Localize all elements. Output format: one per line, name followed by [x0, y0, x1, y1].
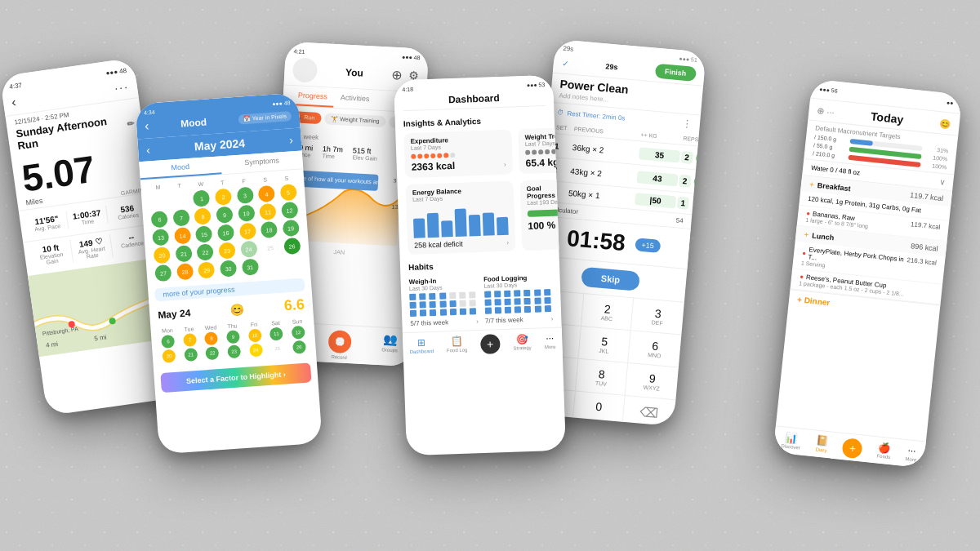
- p6-porkchop-kcal: 216.3 kcal: [906, 256, 937, 267]
- p5-set1-kg[interactable]: 35: [639, 147, 680, 162]
- p2-time: 4:34: [144, 109, 155, 116]
- p2-month-title: May 2024: [194, 136, 245, 153]
- p2-calendar: MTW TFS S 12 345 678 91011 12 131415 161…: [140, 169, 311, 289]
- p2-prev-month-btn[interactable]: ‹: [146, 143, 151, 156]
- p5-set3-prev: 50kg × 1: [568, 189, 635, 203]
- p6-bottom-nav: 📊 Discover 📔 Diary + 🍎 Foods ··· More: [773, 425, 925, 468]
- p4-exp-val: 2363 kcal: [412, 160, 456, 173]
- p5-key-9[interactable]: 9WXYZ: [626, 363, 679, 400]
- p1-back-btn[interactable]: ‹: [11, 95, 17, 110]
- p4-goal-val: 100 %: [528, 220, 555, 232]
- p2-section-date: May 24: [158, 307, 191, 321]
- p5-timer-row-label: 29s: [605, 62, 618, 71]
- p6-status-left: ●●● 56: [819, 87, 838, 94]
- p4-exp-arrow[interactable]: ›: [504, 160, 506, 167]
- phone-dashboard: 4:18 ●●● 53 Dashboard Insights & Analyti…: [394, 75, 566, 456]
- p3-tab-activities[interactable]: Activities: [333, 88, 376, 110]
- p5-key-8[interactable]: 8TUV: [576, 359, 629, 396]
- p5-set1-check[interactable]: ✓: [695, 150, 706, 167]
- p6-nav-more[interactable]: ··· More: [905, 444, 918, 464]
- p4-nav-more[interactable]: ··· More: [544, 332, 556, 352]
- p3-title: You: [345, 67, 363, 79]
- p5-more-btn[interactable]: ⋮: [681, 118, 692, 130]
- p6-nav-diary[interactable]: 📔 Diary: [815, 435, 829, 455]
- p6-nav-icons-row: ⊕ ···: [817, 105, 835, 118]
- p5-key-6[interactable]: 6MNO: [628, 331, 681, 367]
- p4-weigh-arrow[interactable]: ›: [476, 318, 479, 325]
- p6-breakfast-kcal: 119.7 kcal: [910, 190, 944, 202]
- p5-time-seconds: 29s: [563, 45, 574, 53]
- p4-nav-strategy[interactable]: 🎯 Strategy: [513, 333, 532, 353]
- svg-text:JAN: JAN: [333, 248, 345, 256]
- p3-nav-groups[interactable]: 👥 Groups: [381, 332, 399, 362]
- p5-set1-reps[interactable]: 2: [681, 150, 693, 163]
- p1-hr-stat: 149 ♡ Avg. Heart Rate: [70, 234, 114, 264]
- p6-nav-add[interactable]: +: [842, 438, 863, 459]
- p1-pace-stat: 11'56" Avg. Pace: [26, 211, 69, 235]
- p6-banana-kcal: 119.7 kcal: [911, 220, 941, 231]
- p5-skip-btn[interactable]: Skip: [581, 267, 640, 291]
- p4-habits-section: Weigh-In Last 30 Days 5/7 this week ›: [401, 273, 562, 333]
- p1-time-stat: 1:00:37 Time: [66, 206, 109, 229]
- p1-signal: ●●● 48: [105, 67, 127, 77]
- p5-set3-reps[interactable]: 1: [677, 197, 689, 210]
- p4-habit-weigh: Weigh-In Last 30 Days 5/7 this week ›: [409, 276, 479, 327]
- p1-menu-btn[interactable]: ···: [114, 80, 130, 95]
- p6-carbs-name: / 55.0 g: [813, 142, 847, 151]
- dashboard-screen: 4:18 ●●● 53 Dashboard Insights & Analyti…: [394, 75, 566, 456]
- p4-nav-dashboard[interactable]: ⊞ Dashboard: [409, 336, 434, 357]
- p4-nav-add[interactable]: +: [480, 334, 501, 354]
- p6-nav-discover[interactable]: 📊 Discover: [781, 431, 802, 452]
- p5-rest-timer: Rest Timer: 2min 0s: [567, 109, 626, 122]
- p2-next-month-btn[interactable]: ›: [289, 133, 294, 146]
- p6-lunch-name: Lunch: [812, 231, 835, 242]
- p5-key-3[interactable]: 3DEF: [631, 298, 684, 335]
- p5-set2-prev: 43kg × 2: [570, 167, 636, 181]
- p4-insights-title: Insights & Analytics: [403, 114, 546, 128]
- p6-water-label: Water 0 / 48 fl oz: [811, 164, 861, 176]
- p6-water-expand-icon[interactable]: ∨: [939, 177, 946, 187]
- p4-expenditure-card[interactable]: Expenditure Last 7 Days 2363 kcal ›: [403, 130, 513, 179]
- p3-filter-weights[interactable]: 🏋 Weight Training: [324, 113, 386, 127]
- p3-time-lbl: Time: [322, 153, 342, 159]
- p4-weigh-count: 5/7 this week: [410, 318, 448, 327]
- p5-key-0[interactable]: 0: [572, 392, 626, 425]
- p5-plus15-btn[interactable]: +15: [635, 238, 662, 253]
- p4-nav-foodlog[interactable]: 📋 Food Log: [446, 335, 467, 356]
- p5-set2-check[interactable]: ✓: [693, 174, 706, 190]
- p6-lunch-kcal: 896 kcal: [911, 242, 938, 252]
- p2-signal: ●●● 48: [272, 100, 291, 107]
- p6-protein-pct: 31%: [925, 146, 949, 154]
- p6-fat-name: / 210.0 g: [813, 150, 846, 159]
- p4-energy-card[interactable]: Energy Balance Last 7 Days 258 kcal defi…: [405, 181, 515, 256]
- p2-score: 6.6: [283, 296, 305, 315]
- p2-year-btn[interactable]: 📅 Year in Pixels: [238, 111, 292, 125]
- p5-key-delete[interactable]: ⌫: [623, 396, 676, 426]
- p3-elev-lbl: Elev Gain: [352, 154, 377, 162]
- p5-set2-kg[interactable]: 43: [636, 171, 678, 186]
- p6-today-title: Today: [870, 109, 904, 126]
- p2-back-btn[interactable]: ‹: [145, 118, 150, 133]
- phone-mood-calendar: 4:34 ●●● 48 ‹ Mood 📅 Year in Pixels ‹ Ma…: [135, 93, 323, 455]
- p3-nav-record[interactable]: ⏺ Record: [327, 330, 352, 360]
- p4-bottom-nav: ⊞ Dashboard 📋 Food Log + 🎯 Strategy ··· …: [403, 327, 563, 360]
- p5-timer-icon: ⏱: [557, 109, 564, 117]
- p1-edit-icon[interactable]: ✏: [126, 118, 135, 130]
- p6-carbs-pct: 100%: [924, 154, 948, 162]
- p2-select-factor-btn[interactable]: Select a Factor to Highlight ›: [160, 362, 311, 393]
- food-diary-screen: ●●● 56 ●● ⊕ ··· Today 😊 Default Macronut…: [773, 79, 962, 469]
- p4-energy-arrow[interactable]: ›: [506, 238, 509, 246]
- p4-habit-food: Food Logging Last 30 Days 7/7 this week …: [483, 273, 554, 325]
- p5-set3-kg[interactable]: |50: [635, 193, 676, 208]
- p5-key-2[interactable]: 2ABC: [581, 294, 634, 331]
- p6-nav-foods[interactable]: 🍎 Foods: [876, 441, 892, 462]
- p5-finish-btn[interactable]: Finish: [654, 64, 697, 82]
- p5-row4-val: 54: [675, 217, 684, 225]
- p1-time: 4:37: [9, 82, 23, 91]
- p5-key-5[interactable]: 5JKL: [578, 327, 631, 363]
- p4-energy-val: 258 kcal deficit: [414, 240, 463, 250]
- p4-energy-chart: [412, 202, 508, 238]
- p4-food-arrow[interactable]: ›: [551, 315, 554, 322]
- p5-set2-reps[interactable]: 2: [679, 174, 691, 187]
- p6-emoji-row: 😊: [939, 118, 951, 130]
